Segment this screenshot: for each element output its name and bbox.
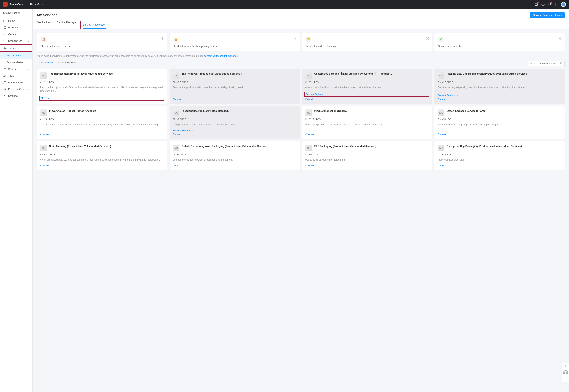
sidebar-sub-my-services[interactable]: My Services bbox=[0, 52, 32, 59]
search-input[interactable] bbox=[528, 61, 558, 66]
steps-row: 1📋Choose value-added services2🖨Used auto… bbox=[37, 33, 565, 51]
choose-link[interactable]: Choose bbox=[438, 133, 561, 136]
contact-link[interactable]: contact your account manager bbox=[204, 55, 237, 57]
card-description: Use EPE for packaging reinforcement bbox=[305, 158, 429, 162]
card-price: CN ¥20 / SO bbox=[438, 118, 561, 121]
logo-icon bbox=[3, 2, 8, 7]
service-icon: IMG bbox=[173, 109, 179, 116]
choose-link[interactable]: Choose bbox=[41, 97, 49, 100]
header-actions bbox=[534, 2, 566, 7]
sidebar-item-label: Stocking Up bbox=[8, 40, 22, 42]
cancel-link[interactable]: Cancel bbox=[305, 98, 429, 101]
sidebar-item-products[interactable]: Products⌄ bbox=[0, 24, 32, 31]
sidebar-item-services[interactable]: Services⌃ bbox=[0, 45, 32, 51]
step-number: 4 bbox=[559, 35, 561, 42]
sidebar: Site Navigation HomeProducts⌄Orders⌄Stoc… bbox=[0, 9, 33, 392]
chevron-icon: ⌄ bbox=[28, 33, 29, 35]
card-description: Take 3 standard photos of each product, … bbox=[40, 123, 164, 130]
sidebar-item-home[interactable]: Home bbox=[0, 17, 32, 24]
card-description: Remove the original label of the product… bbox=[40, 86, 164, 93]
service-tab-parcel-services[interactable]: Parcel Services bbox=[58, 61, 76, 66]
list-icon bbox=[3, 33, 6, 36]
card-title: Product Inspection (General) bbox=[314, 109, 348, 116]
service-settings-link[interactable]: Service Settings > bbox=[173, 129, 297, 132]
service-icon: IMG bbox=[305, 145, 312, 151]
float-top-icon[interactable]: ⌃ bbox=[562, 376, 569, 382]
sidebar-item-settings[interactable]: Settings bbox=[0, 92, 32, 99]
store-icon bbox=[3, 67, 6, 70]
float-help-icon[interactable]: ? bbox=[562, 363, 569, 369]
card-actions: Service Settings >Cancel bbox=[173, 129, 297, 136]
choose-link[interactable]: Choose bbox=[438, 164, 561, 167]
collapse-icon[interactable] bbox=[26, 12, 29, 14]
person-icon bbox=[3, 87, 6, 91]
choose-link[interactable]: Choose bbox=[40, 164, 164, 167]
wrench-icon bbox=[3, 74, 6, 77]
page-tabs: Service ItemsService PackageService Pres… bbox=[37, 21, 565, 29]
sidebar-sub-service-market[interactable]: Service Market bbox=[0, 59, 32, 66]
card-description: General Inspection before product stock-… bbox=[305, 123, 429, 130]
choose-link[interactable]: Choose bbox=[305, 164, 429, 167]
sidebar-item-personal-center[interactable]: Personal Center⌄ bbox=[0, 86, 32, 92]
sidebar-item-label: Home bbox=[8, 19, 15, 22]
service-card: IMGProduct Inspection (General)CN ¥1.5 /… bbox=[302, 106, 432, 139]
card-actions: Choose bbox=[40, 96, 164, 101]
card-price: CN ¥2 / PCS bbox=[173, 118, 297, 121]
choose-link[interactable]: Choose bbox=[173, 164, 297, 167]
card-title: Customized Labeling 【label provided by c… bbox=[314, 72, 392, 79]
service-card: IMGTag Replacement (Product-level Value-… bbox=[37, 69, 167, 104]
step-icon: 📋 bbox=[41, 37, 46, 42]
float-actions: ? ⌃ bbox=[562, 363, 569, 382]
card-price: CN ¥3 / PCS bbox=[305, 153, 429, 156]
brand-secondary[interactable]: BuckyShop bbox=[30, 3, 44, 6]
card-title: Bubble Cushioning Wrap Packaging (Produc… bbox=[182, 145, 268, 151]
bell-icon[interactable] bbox=[548, 2, 551, 6]
notification-dot bbox=[537, 2, 539, 3]
brand-primary[interactable]: BuckyDrop bbox=[10, 3, 24, 6]
card-title: In-warehouse Product Photos (Standard) bbox=[49, 109, 97, 116]
float-support-icon[interactable] bbox=[562, 369, 569, 376]
sidebar-item-tools[interactable]: Tools⌄ bbox=[0, 72, 32, 79]
choose-link[interactable]: Choose bbox=[40, 133, 164, 136]
sidebar-item-stores[interactable]: Stores⌄ bbox=[0, 66, 32, 72]
avatar[interactable] bbox=[561, 2, 566, 7]
service-icon: IMG bbox=[40, 72, 47, 79]
page-title: My Services bbox=[37, 13, 57, 17]
tab-service-package[interactable]: Service Package bbox=[57, 21, 76, 29]
home-icon bbox=[3, 19, 6, 22]
choose-link[interactable]: Choose bbox=[305, 133, 429, 136]
card-title: Dust-proof Bag Packaging (Product-level … bbox=[447, 145, 522, 151]
main-content: My Services Service Purchase History Ser… bbox=[33, 9, 569, 392]
service-card: IMGPacking Box/ Bag Replacement (Product… bbox=[434, 69, 565, 104]
sidebar-item-manufacturers[interactable]: Manufacturers bbox=[0, 79, 32, 86]
cancel-link[interactable]: Cancel bbox=[173, 133, 297, 136]
nav-title: Site Navigation bbox=[3, 12, 20, 14]
sidebar-item-label: Settings bbox=[8, 94, 18, 97]
sidebar-item-stocking-up[interactable]: Stocking Up⌄ bbox=[0, 38, 32, 44]
people-icon bbox=[3, 81, 6, 84]
card-price: CN ¥3 / PCS bbox=[438, 153, 561, 156]
svg-point-6 bbox=[4, 88, 5, 89]
tab-service-preselection[interactable]: Service Preselection bbox=[83, 23, 106, 29]
service-tab-order-services[interactable]: Order Services bbox=[37, 61, 54, 66]
history-button[interactable]: Service Purchase History bbox=[530, 12, 565, 18]
service-tabs: Order ServicesParcel Services bbox=[37, 61, 565, 66]
box-icon bbox=[3, 26, 6, 29]
coupon-icon[interactable] bbox=[534, 2, 538, 6]
service-settings-link[interactable]: Service Settings > bbox=[438, 94, 561, 97]
highlight-box: Service Preselection bbox=[80, 21, 108, 29]
cancel-link[interactable]: Cancel bbox=[438, 98, 561, 101]
card-price: CN ¥1 / PCS bbox=[40, 81, 164, 84]
sidebar-item-label: Tools bbox=[8, 74, 14, 77]
card-price: CN ¥20 / PCS bbox=[40, 153, 164, 156]
help-icon[interactable] bbox=[541, 2, 545, 6]
sidebar-item-orders[interactable]: Orders⌄ bbox=[0, 31, 32, 38]
tab-service-items[interactable]: Service Items bbox=[37, 21, 53, 29]
service-settings-link[interactable]: Service Settings > bbox=[306, 93, 326, 96]
service-icon: IMG bbox=[305, 109, 312, 116]
search-button[interactable] bbox=[558, 61, 565, 66]
card-price: CN ¥1.5 / PCS bbox=[438, 81, 561, 84]
choose-link[interactable]: Choose bbox=[173, 98, 297, 101]
bell-icon bbox=[3, 46, 7, 50]
card-actions: Choose bbox=[40, 133, 164, 136]
